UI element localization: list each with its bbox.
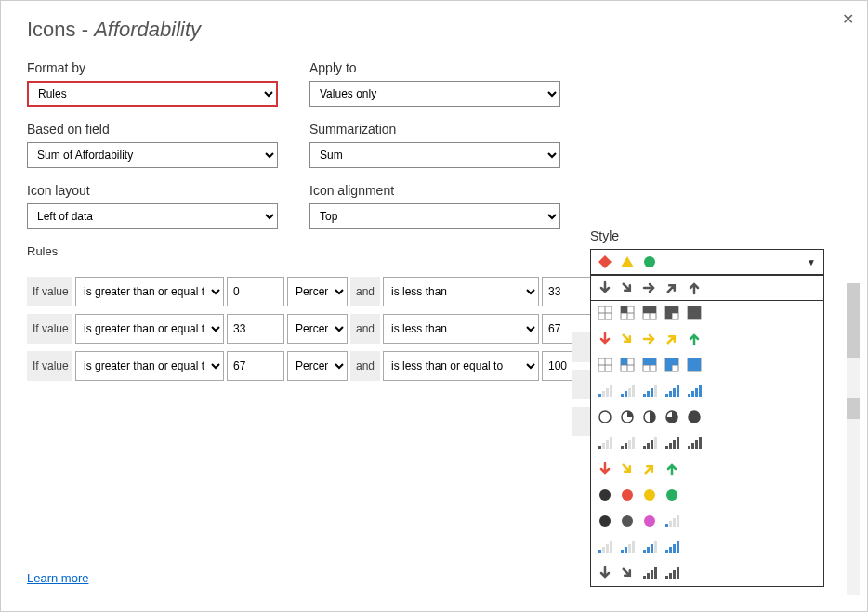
arrow-right-yellow-icon (641, 331, 658, 347)
svg-rect-80 (602, 443, 605, 449)
style-option[interactable] (591, 560, 823, 586)
svg-rect-123 (669, 547, 672, 553)
rule-unit-select[interactable]: Percent (287, 351, 348, 381)
dialog-title: Icons - Affordability (27, 18, 841, 42)
rule-unit-select[interactable]: Percent (287, 277, 348, 306)
style-option[interactable] (590, 275, 824, 301)
svg-rect-82 (610, 437, 612, 449)
pie-empty-icon (597, 409, 613, 425)
apply-to-label: Apply to (309, 60, 560, 75)
quad-empty-icon (597, 357, 613, 373)
scrollbar[interactable] (847, 283, 860, 595)
svg-rect-92 (669, 443, 672, 449)
svg-rect-81 (606, 440, 609, 449)
pie-q3-icon (664, 409, 680, 425)
style-option[interactable] (591, 508, 823, 534)
rule-op1-select[interactable]: is greater than or equal to (75, 277, 224, 306)
bars-3-gray-icon (641, 435, 658, 451)
scroll-thumb[interactable] (847, 398, 860, 419)
close-button[interactable]: ✕ (842, 10, 854, 28)
apply-to-select[interactable]: Values only (309, 81, 560, 107)
arrow-ur-yellow-icon (664, 331, 680, 347)
rule-op2-select[interactable]: is less than (383, 277, 539, 306)
arrow-down-gray-icon (597, 565, 613, 581)
svg-point-105 (644, 515, 655, 527)
if-value-label: If value (27, 351, 72, 381)
style-option[interactable] (591, 456, 823, 482)
icon-alignment-label: Icon alignment (309, 183, 560, 198)
rule-op2-select[interactable]: is less than or equal to (383, 351, 539, 381)
rule-value1-input[interactable] (227, 277, 284, 306)
and-label: and (350, 351, 380, 381)
blank-icon (686, 513, 703, 529)
svg-point-104 (622, 515, 633, 527)
style-label: Style (590, 228, 837, 243)
style-option[interactable] (591, 352, 823, 378)
svg-point-103 (599, 515, 611, 527)
rule-value1-input[interactable] (227, 351, 284, 381)
style-option[interactable] (591, 326, 823, 352)
rule-op1-select[interactable]: is greater than or equal to (75, 351, 224, 381)
svg-point-101 (644, 489, 655, 501)
rule-action-stub[interactable] (572, 407, 590, 436)
bars-4-gray-icon (664, 435, 680, 451)
summarization-label: Summarization (309, 122, 560, 137)
arrow-down-red-icon (597, 461, 613, 477)
circle-red-icon (619, 487, 636, 503)
svg-rect-34 (621, 358, 627, 365)
svg-point-100 (622, 489, 633, 501)
learn-more-link[interactable]: Learn more (27, 571, 88, 585)
svg-rect-112 (606, 544, 609, 553)
svg-rect-19 (672, 306, 678, 313)
quad-1-gray-icon (619, 305, 636, 321)
style-option[interactable] (591, 430, 823, 456)
svg-rect-117 (632, 541, 635, 553)
svg-point-102 (666, 489, 677, 501)
style-option[interactable] (591, 534, 823, 560)
svg-rect-108 (673, 518, 676, 527)
pie-half-icon (641, 409, 658, 425)
svg-rect-98 (699, 437, 702, 449)
svg-rect-44 (672, 358, 678, 365)
svg-rect-65 (665, 394, 668, 397)
rule-unit-select[interactable]: Percent (287, 314, 348, 344)
svg-rect-63 (651, 388, 653, 397)
style-option[interactable] (591, 404, 823, 430)
rule-action-stub[interactable] (572, 370, 590, 399)
svg-rect-53 (598, 394, 601, 397)
svg-rect-94 (677, 437, 679, 449)
rule-action-stub[interactable] (572, 332, 590, 362)
svg-marker-0 (598, 255, 612, 268)
rule-value1-input[interactable] (227, 314, 284, 344)
icon-layout-select[interactable]: Left of data (27, 203, 278, 229)
format-by-select[interactable]: Rules (27, 81, 278, 107)
if-value-label: If value (27, 277, 72, 306)
svg-rect-106 (665, 524, 668, 527)
svg-rect-89 (651, 440, 653, 449)
svg-rect-60 (632, 385, 635, 397)
svg-rect-68 (677, 385, 679, 397)
svg-rect-86 (632, 437, 635, 449)
icon-layout-label: Icon layout (27, 183, 278, 198)
svg-rect-18 (665, 306, 672, 313)
style-option[interactable] (591, 482, 823, 508)
svg-rect-13 (643, 306, 650, 313)
style-option[interactable] (591, 300, 823, 326)
rule-op1-select[interactable]: is greater than or equal to (75, 314, 224, 344)
svg-rect-83 (621, 446, 624, 449)
svg-rect-110 (598, 550, 601, 553)
icon-alignment-select[interactable]: Top (309, 203, 560, 229)
bars-1-blue-icon (664, 513, 680, 529)
scroll-thumb[interactable] (847, 283, 860, 358)
based-on-field-select[interactable]: Sum of Affordability (27, 142, 278, 168)
style-select[interactable]: ▼ (590, 249, 824, 275)
pie-q1-icon (619, 409, 636, 425)
bars-2-gray-icon (619, 435, 636, 451)
arrow-dr-yellow-icon (619, 461, 636, 477)
bars-2-blue-icon (619, 383, 636, 399)
style-option[interactable] (591, 378, 823, 404)
rule-op2-select[interactable]: is less than (383, 314, 539, 344)
svg-rect-58 (625, 391, 627, 397)
summarization-select[interactable]: Sum (309, 142, 560, 168)
svg-rect-38 (643, 358, 650, 365)
